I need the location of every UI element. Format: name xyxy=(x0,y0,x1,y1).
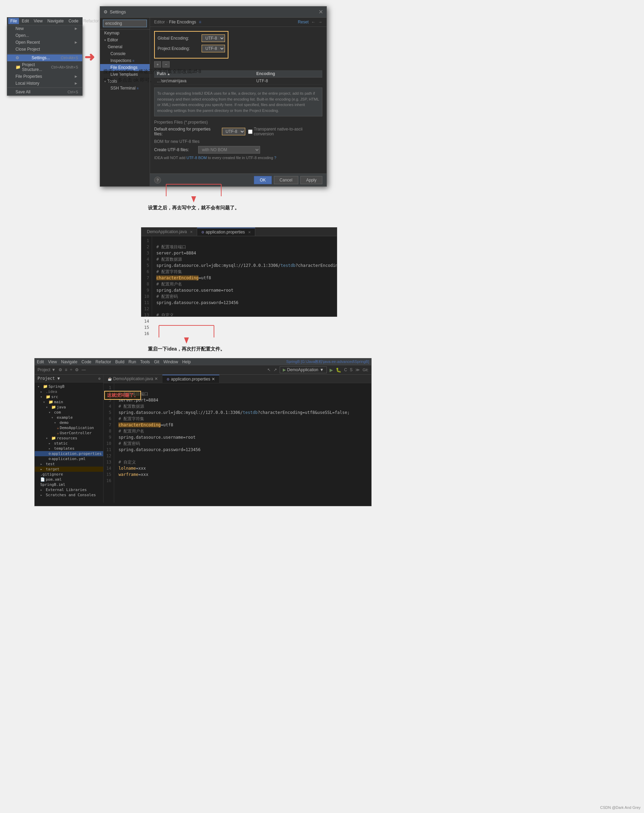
sidebar-item-general[interactable]: General xyxy=(100,43,150,50)
add-button[interactable]: + xyxy=(154,61,161,67)
tree-item-static[interactable]: ▸ static xyxy=(35,441,103,446)
menu-item-open-recent[interactable]: Open Recent ► xyxy=(7,39,82,46)
menu-item-project-structure[interactable]: 📁 Project Structure... Ctrl+Alt+Shift+S xyxy=(7,61,82,73)
menu-refactor[interactable]: Refactor xyxy=(81,18,101,24)
toolbar-debug-btn[interactable]: 🐛 xyxy=(336,367,341,373)
ok-button[interactable]: OK xyxy=(254,176,271,184)
back-button[interactable]: ← xyxy=(311,20,315,25)
toolbar-coverage-btn[interactable]: C xyxy=(344,367,347,372)
tree-item-application-properties[interactable]: ⚙ application.properties xyxy=(35,451,103,456)
tree-item-test[interactable]: ▸ test xyxy=(35,462,103,466)
run-config-selector[interactable]: ▶ DemoApplication ▼ xyxy=(280,367,327,373)
annotation-box-1: 搜索 encoding，将这三个字符集全部改成utf-8 然后，多点击 ok 即… xyxy=(103,67,201,84)
toolbar-more-btn[interactable]: ≫ xyxy=(355,367,360,372)
ide-tab-demo[interactable]: ☕ DemoApplication.java ✕ xyxy=(104,375,162,383)
tree-item-com[interactable]: ▾ com xyxy=(35,410,103,415)
toolbar-icon-gear2[interactable]: ⚙ xyxy=(75,367,79,372)
tree-item-springbiml[interactable]: SpringB.iml xyxy=(35,482,103,487)
project-name-badge: SpringB [G:\Java教程\java-ee-advanced\Spri… xyxy=(286,359,369,364)
ide-menu-tools[interactable]: Tools xyxy=(140,359,150,364)
search-input[interactable] xyxy=(103,20,147,27)
tab-close-props[interactable]: ✕ xyxy=(248,230,251,234)
ide-code-line-14: lolname=xxx xyxy=(118,465,367,471)
cancel-button[interactable]: Cancel xyxy=(274,176,298,184)
toolbar-profile-btn[interactable]: S xyxy=(350,367,353,372)
transparent-checkbox-label: Transparent native-to-ascii conversion xyxy=(248,127,322,137)
ide-menu-view[interactable]: View xyxy=(48,359,57,364)
tree-item-springb[interactable]: ▾ 📁 SpringB xyxy=(35,384,103,389)
menu-item-close-project[interactable]: Close Project xyxy=(7,46,82,53)
sidebar-item-editor[interactable]: ▾ Editor xyxy=(100,37,150,43)
tree-item-application-yml[interactable]: ⚙ application.yml xyxy=(35,456,103,462)
idea-note: IDEA will NOT add UTF-8 BOM to every cre… xyxy=(154,156,322,160)
toolbar-icon-arrow[interactable]: ↗ xyxy=(274,367,277,372)
apply-button[interactable]: Apply xyxy=(300,176,322,184)
menu-edit[interactable]: Edit xyxy=(20,18,31,24)
menu-item-open[interactable]: Open... xyxy=(7,32,82,39)
bom-select[interactable]: with NO BOM xyxy=(198,146,260,153)
tree-item-demo[interactable]: ▾ demo xyxy=(35,420,103,425)
tree-item-usercontroller[interactable]: ☕ UserController xyxy=(35,430,103,436)
reset-link[interactable]: Reset xyxy=(298,20,309,25)
sync-icon[interactable]: ⚙ xyxy=(98,376,101,381)
tab-close-demo[interactable]: ✕ xyxy=(190,230,193,234)
tree-item-java[interactable]: ▾ 📁 java xyxy=(35,405,103,410)
sidebar-item-ssh[interactable]: SSH Terminal ≡ xyxy=(100,85,150,92)
tree-item-scratches[interactable]: ▸ Scratches and Consoles xyxy=(35,492,103,498)
ide-menu-refactor[interactable]: Refactor xyxy=(96,359,111,364)
project-dropdown[interactable]: Project ▼ xyxy=(38,367,56,372)
tree-item-templates[interactable]: ▸ templates xyxy=(35,446,103,451)
info-box: To change encoding IntelliJ IDEA uses fo… xyxy=(154,87,322,117)
toolbar-icon-settings[interactable]: ⚙ xyxy=(58,367,62,372)
toolbar-icon-minus[interactable]: — xyxy=(81,367,86,372)
tree-item-pomxml[interactable]: 📄 pom.xml xyxy=(35,477,103,482)
ide-menu-run[interactable]: Run xyxy=(128,359,136,364)
ide-menu-code[interactable]: Code xyxy=(81,359,92,364)
code-line-12 xyxy=(156,306,333,312)
ide-menu-help[interactable]: Help xyxy=(182,359,191,364)
tree-item-ext-libs[interactable]: ▸ External Libraries xyxy=(35,487,103,492)
menu-item-file-properties[interactable]: File Properties ► xyxy=(7,73,82,80)
tree-item-example[interactable]: ▾ example xyxy=(35,415,103,420)
tree-item-main[interactable]: ▾ 📁 main xyxy=(35,399,103,405)
toolbar-icon-cursor[interactable]: ↖ xyxy=(267,367,271,372)
ide-menu-edit[interactable]: Edit xyxy=(37,359,44,364)
tree-item-target[interactable]: ▸ target xyxy=(35,466,103,472)
menu-item-save-all[interactable]: Save All Ctrl+S xyxy=(7,89,82,95)
menu-item-local-history[interactable]: Local History ► xyxy=(7,80,82,87)
remove-button[interactable]: − xyxy=(162,61,169,67)
menu-view[interactable]: View xyxy=(32,18,45,24)
tree-item-resources[interactable]: ▾ 📁 resources xyxy=(35,436,103,441)
tree-item-idea[interactable]: ▸ .idea xyxy=(35,389,103,394)
toolbar-icon-layout[interactable]: ≡ xyxy=(65,367,67,372)
editor-tab-demo[interactable]: DemoApplication.java ✕ xyxy=(143,228,197,236)
sidebar-item-keymap[interactable]: Keymap xyxy=(100,30,150,37)
dialog-close-button[interactable]: ✕ xyxy=(318,9,323,15)
props-encoding-select[interactable]: UTF-8 xyxy=(222,128,245,135)
toolbar-icon-split[interactable]: ÷ xyxy=(70,367,73,372)
global-encoding-select[interactable]: UTF-8 xyxy=(202,34,225,42)
transparent-checkbox[interactable] xyxy=(248,129,252,134)
encoding-column-header: Encoding xyxy=(254,70,322,77)
menu-code[interactable]: Code xyxy=(66,18,81,24)
forward-button[interactable]: → xyxy=(318,20,322,25)
tree-item-src[interactable]: ▾ 📁 src xyxy=(35,394,103,399)
menu-item-new[interactable]: New ► xyxy=(7,25,82,32)
ide-menu-window[interactable]: Window xyxy=(164,359,178,364)
ide-tab-props[interactable]: ⚙ application.properties ✕ xyxy=(162,375,219,383)
ide-menu-build[interactable]: Build xyxy=(115,359,124,364)
project-encoding-select[interactable]: UTF-8 xyxy=(202,45,225,52)
menu-item-settings[interactable]: ⚙ Settings... Ctrl+Alt+S xyxy=(7,54,82,61)
menu-file[interactable]: File xyxy=(8,18,19,24)
tree-item-gitignore[interactable]: .gitignore xyxy=(35,472,103,477)
sidebar-item-inspections[interactable]: Inspections ≡ xyxy=(100,57,150,64)
menu-navigate[interactable]: Navigate xyxy=(46,18,66,24)
sidebar-item-console[interactable]: Console xyxy=(100,50,150,57)
tree-item-demoapplication[interactable]: ☕ DemoApplication xyxy=(35,425,103,430)
tab-close-props2[interactable]: ✕ xyxy=(211,377,215,382)
ide-menu-navigate[interactable]: Navigate xyxy=(61,359,77,364)
tab-close-demo2[interactable]: ✕ xyxy=(154,376,158,381)
toolbar-run-btn[interactable]: ▶ xyxy=(330,367,333,373)
editor-tab-props[interactable]: ⚙ application.properties ✕ xyxy=(197,228,255,236)
ide-menu-git[interactable]: Git xyxy=(154,359,159,364)
